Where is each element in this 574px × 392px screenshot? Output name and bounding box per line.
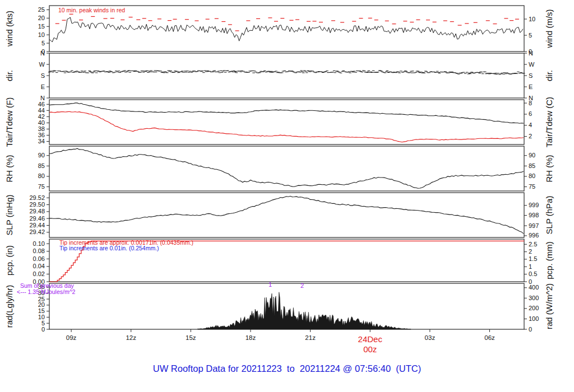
svg-text:29.46: 29.46 [29, 215, 45, 222]
series-wind [49, 17, 523, 42]
x-tick-label: 12z [126, 334, 136, 341]
svg-text:W: W [39, 61, 45, 68]
axis-label-left-slp: SLP (inHg) [4, 194, 14, 235]
svg-text:20: 20 [38, 15, 45, 21]
svg-text:N: N [40, 50, 45, 57]
svg-text:75: 75 [529, 183, 535, 190]
x-tick-date: 24Dec [358, 334, 383, 344]
rad-marker-2: 2 [300, 283, 304, 290]
rad-sum-note-line2: <--- 1.35 MJoules/m^2 [17, 289, 75, 295]
axis-label-left-pcp: pcp. (in) [4, 245, 14, 276]
svg-text:15: 15 [38, 23, 45, 30]
svg-text:40: 40 [38, 119, 45, 126]
svg-text:46: 46 [38, 101, 45, 108]
series-slp [49, 196, 524, 234]
svg-text:15: 15 [38, 307, 45, 314]
svg-text:N: N [529, 50, 533, 57]
panel-rh: 7580859075808590RH (%)RH (%) [4, 146, 554, 191]
svg-text:1.5: 1.5 [529, 255, 537, 262]
svg-text:0.02: 0.02 [33, 270, 45, 277]
svg-text:29.42: 29.42 [29, 228, 45, 235]
svg-text:5: 5 [529, 32, 532, 39]
axis-label-left-wind: wind (kts) [4, 11, 14, 47]
axis-label-right-dir: dir. [544, 70, 554, 81]
panel-rad: 051015202530350100200300400rad(Lgly/hr)r… [4, 283, 554, 333]
svg-text:25: 25 [38, 6, 45, 13]
svg-text:5: 5 [41, 40, 45, 46]
pcp-tip-note-blue: Tip increments are 0.01in. (0.254mm.) [59, 245, 159, 251]
svg-text:998: 998 [529, 212, 539, 218]
series-rad [198, 292, 411, 329]
svg-text:0.5: 0.5 [529, 270, 537, 277]
svg-text:75: 75 [38, 183, 45, 190]
axis-label-right-slp: SLP (hPa) [544, 196, 554, 235]
svg-text:E: E [529, 83, 533, 90]
svg-text:997: 997 [529, 222, 539, 229]
svg-text:0.06: 0.06 [33, 255, 45, 262]
x-tick-label: 15z [186, 334, 196, 341]
x-tick-label: 09z [66, 334, 77, 341]
svg-text:300: 300 [529, 295, 539, 301]
axis-label-right-rad: rad (W/m^2) [544, 283, 554, 329]
svg-text:85: 85 [38, 162, 45, 169]
svg-text:10: 10 [38, 31, 45, 38]
svg-text:29.44: 29.44 [29, 222, 45, 228]
series-tdew [49, 111, 524, 142]
svg-text:0.10: 0.10 [33, 240, 45, 247]
panel-slp: 29.4229.4429.4629.4829.5029.529969979989… [4, 193, 554, 239]
svg-text:0.04: 0.04 [33, 263, 45, 269]
svg-text:0.08: 0.08 [33, 248, 45, 254]
svg-text:29.48: 29.48 [29, 208, 45, 214]
svg-text:8: 8 [529, 100, 532, 106]
svg-text:0: 0 [41, 326, 45, 333]
svg-text:2: 2 [529, 248, 532, 255]
svg-text:29.52: 29.52 [29, 194, 45, 201]
axis-label-right-pcp: pcp. (mm) [544, 241, 554, 279]
axis-label-left-temp: Tair/Tdew (F) [4, 97, 14, 147]
x-tick-label: 03z [425, 334, 436, 341]
svg-text:S: S [529, 72, 533, 79]
svg-text:N: N [40, 95, 45, 101]
svg-text:4: 4 [529, 122, 532, 128]
svg-text:25: 25 [38, 296, 45, 302]
svg-text:38: 38 [38, 125, 45, 132]
svg-text:36: 36 [38, 132, 45, 138]
meteogram-figure: 05101520250510wind (kts)wind (m/s)NESWNN… [0, 0, 574, 392]
axis-label-right-rh: RH (%) [544, 155, 554, 182]
rad-marker-1: 1 [269, 282, 272, 288]
x-tick-label: 18z [246, 334, 256, 341]
svg-text:85: 85 [529, 162, 535, 169]
svg-text:44: 44 [38, 107, 45, 114]
svg-text:34: 34 [38, 138, 45, 144]
svg-text:80: 80 [38, 172, 45, 179]
svg-text:6: 6 [529, 110, 532, 117]
figure-title: UW Rooftop Data for 20211223 to 20211224… [0, 363, 574, 374]
svg-text:29.50: 29.50 [29, 201, 45, 208]
svg-text:200: 200 [529, 305, 539, 311]
series-rh [49, 148, 524, 188]
svg-text:90: 90 [529, 152, 535, 158]
panel-dir: NESWNNESWNdir.dir. [4, 50, 554, 101]
svg-text:999: 999 [529, 202, 539, 208]
svg-text:20: 20 [38, 301, 45, 308]
svg-text:2.5: 2.5 [529, 241, 537, 248]
svg-text:E: E [41, 83, 45, 90]
axis-label-left-rh: RH (%) [4, 155, 14, 182]
svg-text:W: W [529, 61, 535, 68]
axis-label-right-wind: wind (m/s) [544, 9, 554, 48]
svg-text:2: 2 [529, 133, 532, 139]
svg-text:S: S [41, 72, 45, 79]
panel-temp: 343638404244462468Tair/Tdew (F)Tair/Tdew… [4, 97, 554, 147]
svg-text:100: 100 [529, 315, 539, 322]
svg-text:90: 90 [38, 152, 45, 158]
svg-text:42: 42 [38, 113, 45, 120]
axis-label-left-dir: dir. [4, 70, 14, 81]
svg-text:400: 400 [529, 284, 539, 291]
svg-text:0: 0 [529, 326, 532, 333]
svg-text:10: 10 [529, 16, 535, 22]
meteogram-plot: 05101520250510wind (kts)wind (m/s)NESWNN… [0, 0, 574, 361]
svg-text:00z: 00z [363, 344, 377, 354]
svg-text:80: 80 [529, 172, 535, 179]
svg-text:996: 996 [529, 232, 539, 239]
x-tick-label: 06z [484, 334, 495, 341]
